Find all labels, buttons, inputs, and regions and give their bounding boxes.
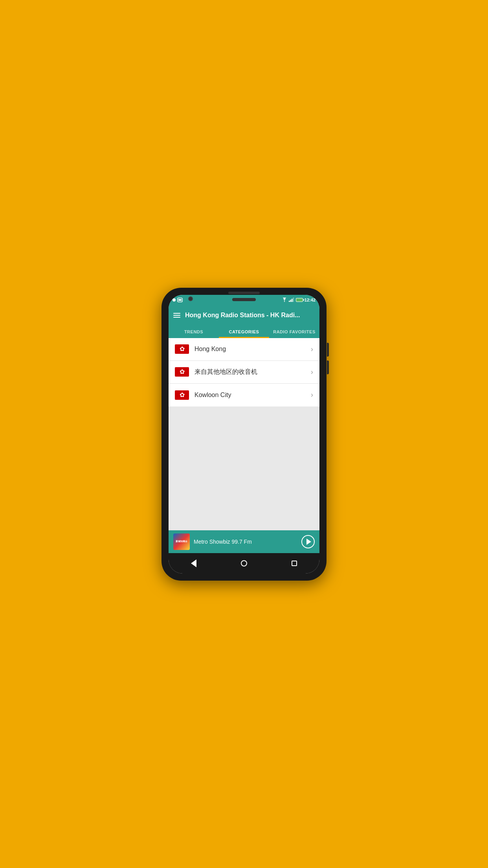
list-item[interactable]: ✿ 来自其他地区的收音机 › — [169, 361, 319, 384]
thumbnail-text: 新城知嘀台 — [175, 539, 188, 544]
category-list: ✿ Hong Kong › ✿ 来自其他地区的收音机 › ✿ — [169, 338, 319, 406]
svg-rect-4 — [290, 300, 291, 302]
notification-dot — [172, 298, 176, 302]
menu-button[interactable] — [173, 313, 180, 318]
now-playing-thumbnail: 新城知嘀台 — [173, 533, 190, 550]
status-right: 12:42 — [282, 298, 316, 302]
clock: 12:42 — [305, 298, 316, 302]
volume-down-button[interactable] — [327, 360, 329, 374]
chevron-right-icon: › — [311, 345, 313, 353]
now-playing-bar[interactable]: 新城知嘀台 Metro Showbiz 99.7 Fm — [169, 530, 319, 553]
battery-icon — [296, 298, 303, 302]
back-button[interactable] — [191, 559, 196, 567]
tab-categories[interactable]: CATEGORIES — [219, 326, 269, 338]
recents-icon — [292, 561, 297, 566]
svg-rect-3 — [289, 301, 290, 302]
hk-flag-icon: ✿ — [175, 390, 189, 400]
back-icon — [191, 559, 196, 567]
recents-button[interactable] — [292, 561, 297, 566]
svg-rect-6 — [293, 298, 294, 302]
signal-icon — [289, 298, 294, 302]
navigation-bar — [169, 553, 319, 574]
play-button[interactable] — [301, 535, 315, 548]
home-icon — [241, 560, 247, 566]
tab-bar: TRENDS CATEGORIES RADIO FAVORITES — [169, 326, 319, 338]
camera — [188, 296, 193, 301]
sim-icon — [177, 298, 183, 302]
phone-screen: 12:42 Hong Kong Radio Stations - HK Radi… — [169, 295, 319, 574]
category-label: Hong Kong — [194, 346, 311, 353]
tab-trends[interactable]: TRENDS — [169, 326, 219, 338]
app-bar: Hong Kong Radio Stations - HK Radi... — [169, 305, 319, 326]
app-title: Hong Kong Radio Stations - HK Radi... — [185, 312, 315, 319]
content-area: ✿ Hong Kong › ✿ 来自其他地区的收音机 › ✿ — [169, 338, 319, 553]
empty-area — [169, 406, 319, 530]
status-left — [172, 298, 183, 302]
play-icon — [306, 539, 311, 545]
svg-rect-1 — [178, 299, 182, 301]
volume-up-button[interactable] — [327, 343, 329, 357]
home-button[interactable] — [241, 560, 247, 566]
tab-radio-favorites[interactable]: RADIO FAVORITES — [269, 326, 319, 338]
svg-rect-5 — [292, 299, 293, 302]
chevron-right-icon: › — [311, 368, 313, 376]
list-item[interactable]: ✿ Kowloon City › — [169, 384, 319, 406]
speaker — [232, 298, 256, 301]
svg-point-2 — [284, 301, 285, 302]
category-label: Kowloon City — [194, 392, 311, 399]
wifi-icon — [282, 298, 287, 302]
category-label: 来自其他地区的收音机 — [194, 368, 311, 376]
phone-device: 12:42 Hong Kong Radio Stations - HK Radi… — [161, 288, 327, 581]
list-item[interactable]: ✿ Hong Kong › — [169, 338, 319, 361]
now-playing-title: Metro Showbiz 99.7 Fm — [194, 539, 297, 545]
hk-flag-icon: ✿ — [175, 367, 189, 377]
chevron-right-icon: › — [311, 391, 313, 399]
hk-flag-icon: ✿ — [175, 344, 189, 354]
